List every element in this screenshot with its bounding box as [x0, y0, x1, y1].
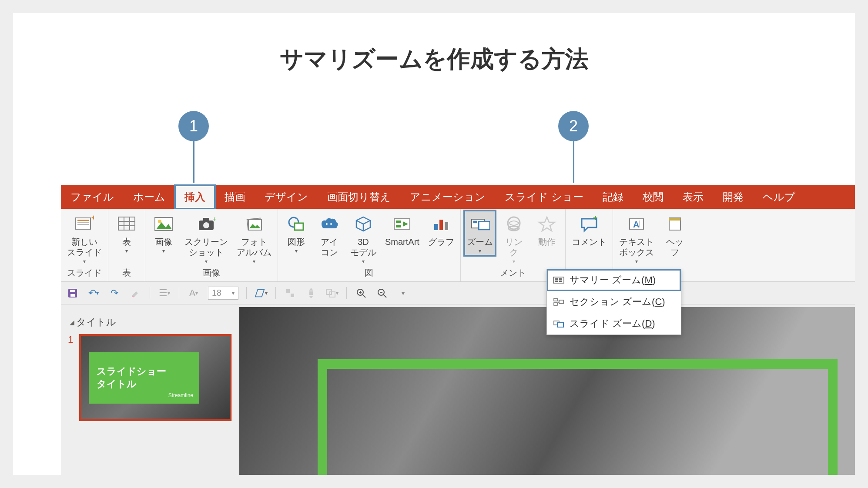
screenshot-label: スクリーン ショット	[184, 237, 228, 257]
textbox-button[interactable]: A テキスト ボックス ▾	[617, 211, 656, 265]
qat-zoom-out-button[interactable]	[375, 287, 389, 300]
section-header[interactable]: タイトル	[70, 316, 231, 329]
zoom-button[interactable]: ズーム ▾	[465, 211, 495, 255]
svg-line-70	[362, 294, 365, 297]
powerpoint-window: ファイル ホーム 挿入 描画 デザイン 画面切り替え アニメーション スライド …	[61, 185, 855, 475]
zoom-menu-section[interactable]: セクション ズーム(C)	[547, 291, 681, 313]
tab-transitions[interactable]: 画面切り替え	[318, 185, 400, 209]
tab-design[interactable]: デザイン	[255, 185, 318, 209]
qat-font-size-input[interactable]: 18▾	[208, 287, 238, 300]
svg-text:+: +	[213, 215, 216, 223]
svg-rect-46	[555, 278, 558, 280]
icons-button[interactable]: アイ コン	[315, 211, 343, 258]
shapes-icon	[286, 214, 306, 234]
screenshot-button[interactable]: + スクリーン ショット ▾	[183, 211, 230, 265]
qat-overflow-button[interactable]: ▾	[396, 287, 409, 300]
header-label: ヘッ フ	[666, 237, 684, 257]
pictures-button[interactable]: 画像 ▾	[150, 211, 178, 255]
callout-1-badge: 1	[178, 111, 209, 141]
qat-shape-button[interactable]: ▾	[255, 287, 268, 300]
svg-rect-2	[77, 222, 89, 223]
qat-align-button[interactable]	[284, 287, 297, 300]
comment-button[interactable]: + コメント	[570, 211, 608, 248]
table-button[interactable]: 表 ▾	[113, 211, 141, 255]
zoom-menu-summary-label: サマリー ズーム(M)	[570, 274, 656, 287]
new-slide-button[interactable]: ✦ 新しい スライド ▾	[65, 211, 104, 265]
svg-rect-48	[559, 278, 562, 280]
shapes-button[interactable]: 図形 ▾	[282, 211, 310, 255]
thumbnail-scrollbar[interactable]	[231, 334, 232, 421]
svg-rect-21	[295, 223, 303, 230]
callout-1: 1	[178, 111, 209, 183]
table-label: 表	[122, 237, 131, 247]
tab-draw[interactable]: 描画	[215, 185, 255, 209]
qat-bullets-button[interactable]: ☰▾	[158, 287, 171, 300]
smartart-button[interactable]: SmartArt	[383, 211, 421, 248]
svg-rect-28	[396, 225, 401, 227]
svg-rect-52	[559, 300, 563, 304]
tab-review[interactable]: 校閲	[633, 185, 673, 209]
summary-zoom-icon	[553, 276, 564, 284]
models3d-label: 3D モデル	[350, 237, 376, 257]
tab-record[interactable]: 記録	[593, 185, 633, 209]
work-area: タイトル 1 スライドショー タイトル Streamline	[61, 304, 855, 475]
svg-rect-62	[286, 289, 290, 293]
group-slides-label: スライド	[65, 266, 104, 281]
models3d-button[interactable]: 3D モデル ▾	[349, 211, 378, 265]
qat-clear-format-button[interactable]	[129, 287, 142, 300]
header-button[interactable]: ヘッ フ	[661, 211, 689, 258]
tab-file[interactable]: ファイル	[61, 185, 124, 209]
qat-undo-button[interactable]: ↶▾	[87, 287, 100, 300]
svg-rect-51	[554, 303, 557, 305]
quick-access-toolbar: ↶▾ ↷ ☰▾ A▾ 18▾ ▾ ▾	[61, 282, 855, 304]
svg-rect-30	[434, 224, 438, 230]
qat-font-color-button[interactable]: A▾	[187, 287, 200, 300]
link-button[interactable]: リン ク ▾	[500, 211, 528, 265]
tab-home[interactable]: ホーム	[124, 185, 175, 209]
tab-help[interactable]: ヘルプ	[753, 185, 805, 209]
chart-button[interactable]: グラフ	[426, 211, 456, 248]
group-tables-label: 表	[113, 266, 141, 281]
link-label: リン ク	[505, 237, 523, 257]
callout-2-badge: 2	[558, 111, 589, 141]
action-icon	[537, 214, 557, 234]
svg-rect-60	[132, 296, 134, 297]
svg-rect-27	[396, 221, 401, 223]
zoom-menu-slide[interactable]: スライド ズーム(D)	[547, 313, 681, 334]
zoom-icon	[470, 214, 490, 234]
svg-rect-3	[77, 224, 89, 225]
qat-group-button[interactable]: ▾	[325, 287, 338, 300]
callout-2: 2	[558, 111, 589, 183]
qat-zoom-in-button[interactable]	[355, 287, 368, 300]
header-icon	[665, 214, 685, 234]
slide-thumbnail-1[interactable]: スライドショー タイトル Streamline	[79, 334, 231, 421]
qat-redo-button[interactable]: ↷	[108, 287, 121, 300]
new-slide-label: 新しい スライド	[67, 237, 102, 257]
thumbnail-panel: タイトル 1 スライドショー タイトル Streamline	[61, 304, 239, 475]
qat-save-button[interactable]	[66, 287, 79, 300]
tab-animations[interactable]: アニメーション	[400, 185, 495, 209]
tab-view[interactable]: 表示	[673, 185, 713, 209]
action-button[interactable]: 動作	[533, 211, 561, 248]
photo-album-button[interactable]: フォト アルバム ▾	[235, 211, 273, 265]
zoom-menu-section-label: セクション ズーム(C)	[570, 295, 665, 308]
svg-rect-59	[70, 294, 75, 297]
tab-developer[interactable]: 開発	[713, 185, 753, 209]
thumb-subtitle: Streamline	[168, 392, 193, 399]
qat-distribute-button[interactable]	[305, 287, 318, 300]
action-label: 動作	[538, 237, 556, 247]
chart-icon	[431, 214, 451, 234]
new-slide-icon: ✦	[74, 214, 94, 234]
tab-insert[interactable]: 挿入	[175, 185, 215, 209]
thumb-title: スライドショー タイトル	[97, 366, 166, 389]
svg-rect-44	[669, 218, 680, 221]
page-title: サマリズームを作成する方法	[13, 43, 855, 75]
pictures-label: 画像	[155, 237, 172, 247]
tab-slideshow[interactable]: スライド ショー	[495, 185, 593, 209]
zoom-menu-summary[interactable]: サマリー ズーム(M)	[547, 269, 681, 291]
svg-rect-56	[557, 323, 563, 327]
svg-rect-47	[555, 281, 558, 282]
svg-marker-64	[309, 288, 313, 291]
table-icon	[117, 214, 137, 234]
group-illustrations-label: 図	[282, 266, 456, 281]
